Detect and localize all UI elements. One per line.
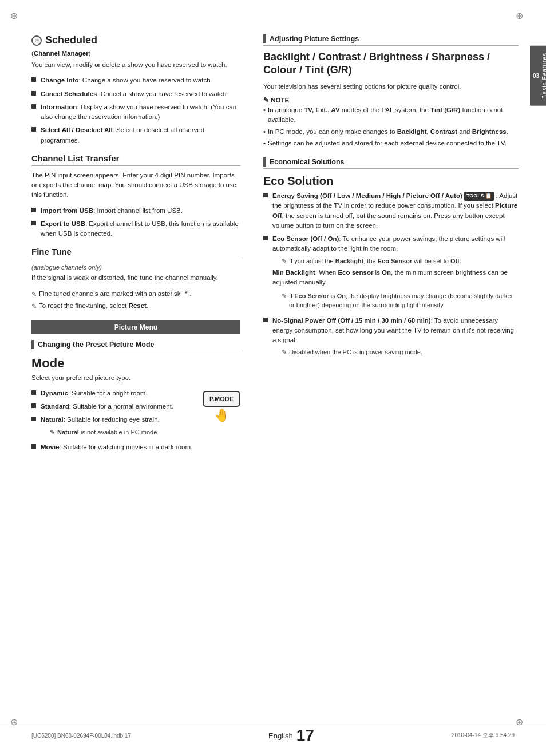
subnote-text: Disabled when the PC is in power saving …	[289, 347, 422, 357]
note-item: Settings can be adjusted and stored for …	[263, 138, 519, 148]
subnote-text: If Eco Sensor is On, the display brightn…	[289, 291, 519, 310]
pmode-button: P.MODE	[203, 391, 240, 407]
item-text: Cancel Schedules: Cancel a show you have…	[41, 89, 228, 99]
eco-solution-list: Energy Saving (Off / Low / Medium / High…	[263, 191, 519, 359]
list-item: Standard: Suitable for a normal environm…	[31, 402, 197, 411]
mode-intro: Select your preferred picture type.	[31, 373, 240, 383]
bullet-square	[31, 390, 36, 395]
item-text: Eco Sensor (Off / On): To enhance your p…	[272, 235, 505, 252]
list-item: Eco Sensor (Off / On): To enhance your p…	[263, 234, 519, 312]
channel-list-transfer-intro: The PIN input screen appears. Enter your…	[31, 171, 240, 200]
left-column: ◎ Scheduled (Channel Manager) You can vi…	[0, 0, 252, 483]
list-item: No-Signal Power Off (Off / 15 min / 30 m…	[263, 316, 519, 359]
note-text: To reset the fine-tuning, select Reset.	[39, 301, 148, 311]
pencil-icon: ✎	[263, 97, 269, 104]
list-item: Cancel Schedules: Cancel a show you have…	[31, 89, 240, 99]
channel-manager-line: (Channel Manager)	[31, 50, 240, 57]
channel-list-transfer-title: Channel List Transfer	[31, 153, 240, 166]
backlight-section-title: Backlight / Contrast / Brightness / Shar…	[263, 50, 519, 77]
mode-list: Dynamic: Suitable for a bright room. Sta…	[31, 389, 197, 453]
item-text: No-Signal Power Off (Off / 15 min / 30 m…	[272, 317, 514, 344]
item-text-container: Natural: Suitable for reducing eye strai…	[41, 415, 160, 439]
footer-right-text: 2010-04-14 오후 6:54:29	[452, 731, 515, 739]
section-bar	[31, 340, 34, 349]
note-text: In PC mode, you can only make changes to…	[268, 127, 508, 137]
pencil-icon: ✎	[282, 256, 287, 266]
item-text: Movie: Suitable for watching movies in a…	[41, 442, 192, 452]
item-text: Energy Saving (Off / Low / Medium / High…	[272, 192, 517, 229]
list-item: Energy Saving (Off / Low / Medium / High…	[263, 191, 519, 231]
list-item: Import from USB: Import channel list fro…	[31, 206, 240, 216]
list-item: Movie: Suitable for watching movies in a…	[31, 442, 197, 452]
item-text: Information: Display a show you have res…	[41, 102, 240, 122]
adjusting-picture-header: Adjusting Picture Settings	[263, 34, 519, 46]
section-bar	[263, 157, 266, 167]
natural-subnote: ✎ Natural is not available in PC mode.	[50, 428, 160, 437]
list-item: Information: Display a show you have res…	[31, 102, 240, 122]
crosshair-tl: ⊕	[10, 10, 18, 21]
note-text: Fine tuned channels are marked with an a…	[39, 289, 191, 299]
bullet-square	[31, 444, 36, 449]
list-item: Select All / Deselect All: Select or des…	[31, 125, 240, 145]
eco-sensor-subnote2: ✎ If Eco Sensor is On, the display brigh…	[282, 291, 519, 310]
bullet-square	[31, 104, 36, 109]
item-text: Select All / Deselect All: Select or des…	[41, 125, 240, 145]
mode-list-container: Dynamic: Suitable for a bright room. Sta…	[31, 389, 197, 461]
chapter-number: 03	[533, 73, 539, 79]
note-label: ✎ NOTE	[263, 96, 519, 104]
pencil-icon: ✎	[31, 302, 37, 311]
pmode-hand-icon: 🤚	[203, 408, 240, 423]
pmode-button-container: P.MODE 🤚	[203, 389, 240, 423]
list-item: Export to USB: Export channel list to US…	[31, 219, 240, 239]
note-box: ✎ NOTE In analogue TV, Ext., AV modes of…	[263, 96, 519, 148]
fine-tune-intro: If the signal is weak or distorted, fine…	[31, 273, 240, 283]
footer-left-text: [UC6200] BN68-02694F-00L04.indb 17	[31, 733, 131, 739]
mode-content: Dynamic: Suitable for a bright room. Sta…	[31, 389, 240, 461]
pencil-icon: ✎	[282, 291, 287, 301]
scheduled-list: Change Info: Change a show you have rese…	[31, 76, 240, 145]
item-text-container: Eco Sensor (Off / On): To enhance your p…	[272, 234, 519, 312]
list-item: Natural: Suitable for reducing eye strai…	[31, 415, 197, 439]
mode-title: Mode	[31, 356, 240, 371]
footer: [UC6200] BN68-02694F-00L04.indb 17 Engli…	[0, 726, 546, 745]
fine-tune-title: Fine Tune	[31, 247, 240, 259]
bullet-square	[31, 127, 36, 132]
page-container: ⊕ ⊕ ⊕ ⊕ 03 Basic Features ◎ Scheduled (C…	[0, 0, 546, 756]
item-text-container: Energy Saving (Off / Low / Medium / High…	[272, 191, 519, 231]
note-item: In PC mode, you can only make changes to…	[263, 127, 519, 137]
channel-manager-bold: Channel Manager	[34, 50, 89, 57]
section-bar	[263, 34, 266, 43]
pencil-icon: ✎	[31, 290, 37, 299]
bullet-square	[31, 208, 36, 212]
min-backlight-text: Min Backlight: When Eco sensor is On, th…	[272, 268, 519, 288]
eco-sensor-subnote1: ✎ If you adjust the Backlight, the Eco S…	[282, 256, 519, 266]
subnote-text: If you adjust the Backlight, the Eco Sen…	[289, 256, 461, 266]
footer-page-number: 17	[296, 726, 314, 745]
channel-list-transfer-list: Import from USB: Import channel list fro…	[31, 206, 240, 239]
bullet-square	[31, 403, 36, 408]
item-text: Dynamic: Suitable for a bright room.	[41, 389, 148, 398]
economical-solutions-title: Economical Solutions	[270, 158, 345, 166]
bullet-square	[31, 91, 36, 96]
item-text: Change Info: Change a show you have rese…	[41, 76, 212, 85]
changing-preset-header: Changing the Preset Picture Mode	[31, 340, 240, 351]
tools-badge: TOOLS 📋	[464, 192, 494, 201]
fine-tune-note2: ✎ To reset the fine-tuning, select Reset…	[31, 301, 240, 311]
pencil-icon: ✎	[282, 347, 287, 357]
footer-center: English 17	[268, 726, 314, 745]
bullet-square	[263, 318, 268, 322]
bullet-square	[263, 193, 268, 197]
note-item: In analogue TV, Ext., AV modes of the PA…	[263, 105, 519, 125]
chapter-label: Basic Features	[541, 53, 546, 99]
item-text: Natural: Suitable for reducing eye strai…	[41, 416, 160, 423]
scheduled-heading: ◎ Scheduled	[31, 34, 240, 46]
list-item: Change Info: Change a show you have rese…	[31, 76, 240, 85]
scheduled-title: Scheduled	[45, 34, 97, 46]
main-content: ◎ Scheduled (Channel Manager) You can vi…	[0, 0, 546, 483]
item-text: Import from USB: Import channel list fro…	[41, 206, 183, 216]
no-signal-subnote: ✎ Disabled when the PC is in power savin…	[282, 347, 519, 357]
scheduled-intro: You can view, modify or delete a show yo…	[31, 60, 240, 70]
subnote-text: Natural is not available in PC mode.	[57, 428, 159, 437]
bullet-square	[263, 236, 268, 240]
economical-solutions-header: Economical Solutions	[263, 157, 519, 169]
